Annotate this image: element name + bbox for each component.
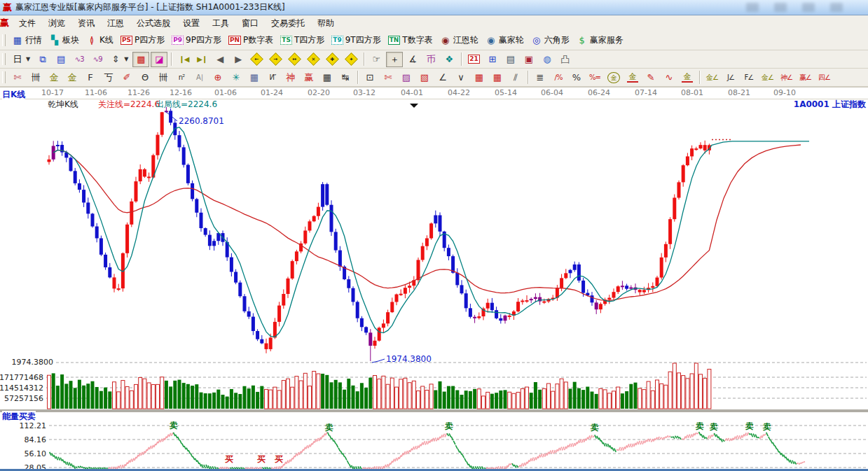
winner-wheel-button[interactable]: ◉赢家轮 [483, 32, 527, 48]
winner-service-button[interactable]: $赢家服务 [574, 32, 626, 48]
dropdown-caret-icon[interactable]: ▼ [124, 56, 128, 62]
price-histogram-button[interactable]: ◪ [151, 52, 167, 67]
angle-lines-button[interactable]: ∠ [434, 70, 451, 85]
ruler-2-button[interactable]: 卌 [155, 70, 172, 85]
percent-line-button[interactable]: %= [586, 70, 603, 85]
menu-5[interactable]: 设置 [177, 16, 206, 31]
menu-1[interactable]: 浏览 [42, 16, 71, 31]
arc-ruler-button[interactable]: 丂 [100, 70, 117, 85]
sectors-button[interactable]: ▚板块 [46, 32, 82, 48]
calendar-button[interactable]: 21 [465, 52, 483, 66]
shift-right-button[interactable]: → [267, 51, 284, 67]
indicator-pane-label[interactable]: 能量买卖 [2, 411, 36, 423]
kline-button[interactable]: ≬K线 [83, 32, 116, 48]
menu-3[interactable]: 江恩 [101, 16, 130, 31]
j-angle-button[interactable]: J∠ [722, 70, 739, 85]
brush-button[interactable]: ✄ [9, 70, 26, 85]
notes-button[interactable]: ▤ [502, 52, 519, 67]
dropdown-caret-icon[interactable]: ▼ [26, 56, 30, 62]
tool-purple-button[interactable]: 币 [422, 52, 439, 67]
ruler-button[interactable]: 卌 [27, 70, 44, 85]
gann-wheel-button[interactable]: ◉江恩轮 [437, 32, 481, 48]
f-ruler-button[interactable]: F [82, 70, 99, 85]
window-overlap-button[interactable]: ⧉ [34, 52, 51, 67]
p-number-table-button[interactable]: PNP数字表 [226, 32, 276, 48]
menu-7[interactable]: 窗口 [235, 16, 265, 31]
hexagon-button[interactable]: ◎六角形 [528, 32, 572, 48]
shen-angle-button[interactable]: 神∠ [778, 70, 795, 85]
window-control-button[interactable] [746, 3, 759, 12]
fit-all-button[interactable]: ✦ [343, 51, 360, 67]
menu-4[interactable]: 公式选股 [130, 16, 177, 31]
pen-red-button[interactable]: ✎ [642, 70, 659, 85]
menu-6[interactable]: 工具 [206, 16, 235, 31]
grid-123-button[interactable]: ▦ [319, 70, 336, 85]
save-button[interactable]: ▣ [521, 52, 537, 67]
window-control-button[interactable] [830, 3, 843, 12]
cycle-clock-button[interactable]: Θ [137, 70, 153, 85]
crosshair-button[interactable]: ＋ [386, 52, 403, 67]
toolbar-gripper[interactable] [2, 71, 6, 83]
win-angle-button[interactable]: 赢∠ [797, 70, 814, 85]
gold-under-button[interactable]: 金 [679, 70, 696, 85]
drag-hand-button[interactable]: ☞ [368, 52, 385, 67]
candle-style-button[interactable]: ⇕▼ [107, 52, 131, 67]
grid-red-2-button[interactable]: ▦ [489, 70, 506, 85]
tool-teal-button[interactable]: ❖ [441, 52, 457, 67]
gold-angle-2-button[interactable]: 金∠ [759, 70, 776, 85]
menu-8[interactable]: 交易委托 [265, 16, 311, 31]
text-tool-button[interactable]: A∣ [191, 70, 208, 85]
wave-9-button[interactable]: ∿9 [89, 52, 106, 67]
span-arrow-button[interactable]: ↹ [337, 70, 354, 85]
n-square-button[interactable]: n² [173, 70, 190, 85]
red-brush-button[interactable]: ✐ [118, 70, 135, 85]
p-square-button[interactable]: PSP四方形 [118, 32, 167, 48]
fan-purple-button[interactable]: ▨ [398, 70, 415, 85]
parallel-lines-button[interactable]: ⫽ [507, 70, 524, 85]
window-control-button[interactable] [802, 3, 815, 12]
t-number-table-button[interactable]: TNT数字表 [385, 32, 436, 48]
quotes-button[interactable]: ▦行情 [9, 32, 45, 48]
menu-0[interactable]: 文件 [13, 16, 42, 31]
menu-2[interactable]: 资讯 [71, 16, 101, 31]
window-control-button[interactable] [774, 3, 787, 12]
gann-map-button[interactable]: ▩ [132, 52, 149, 67]
price-scale-button[interactable]: ≣ [532, 70, 549, 85]
compress-button[interactable]: ✕ [305, 51, 322, 67]
wave-red-button[interactable]: ∿ [661, 70, 677, 85]
shift-left-button[interactable]: ← [248, 51, 266, 67]
gold-ruler-2-button[interactable]: 金 [64, 70, 81, 85]
expand-all-button[interactable]: ✚ [324, 51, 341, 67]
gann-circle-button[interactable]: ⊕ [209, 70, 226, 85]
fan-red-button[interactable]: ▧ [416, 70, 433, 85]
gold-circle-button[interactable]: 金 [605, 70, 623, 85]
expand-horizontal-button[interactable]: ↔ [286, 51, 303, 67]
p9-square-button[interactable]: P99P四方形 [169, 32, 224, 48]
f-angle-button[interactable]: F∠ [740, 70, 757, 85]
shen-grid-button[interactable]: 神 [282, 70, 299, 85]
gold-angle-1-button[interactable]: 金∠ [703, 70, 721, 85]
gold-line-button[interactable]: 金 [624, 70, 641, 85]
gold-ruler-1-button[interactable]: 金 [46, 70, 62, 85]
period-day-button[interactable]: 日▼ [9, 52, 33, 67]
toolbar-gripper[interactable] [2, 53, 6, 65]
toolbar-gripper[interactable] [2, 34, 6, 46]
four-angle-button[interactable]: 四∠ [815, 70, 833, 85]
calculator-button[interactable]: ⊞ [484, 52, 501, 67]
star-burst-button[interactable]: ✳ [228, 70, 244, 85]
t9-square-button[interactable]: T99T四方形 [329, 32, 383, 48]
percent-slash-button[interactable]: ∕% [550, 70, 567, 85]
k-quote-button[interactable]: И″ [264, 70, 281, 85]
kline-pane-label[interactable]: 日K线 [2, 89, 25, 101]
wave-dots-button[interactable]: ∨ [453, 70, 469, 85]
t-square-button[interactable]: TST四方形 [277, 32, 327, 48]
win-grid-button[interactable]: 赢 [301, 70, 317, 85]
quote-list-button[interactable]: ▤ [53, 52, 69, 67]
grid-burst-button[interactable]: ▦ [246, 70, 263, 85]
wave-3-button[interactable]: ∿3 [71, 52, 88, 67]
web-data-button[interactable]: ◍ [539, 52, 556, 67]
ray-fan-button[interactable]: ✄ [380, 70, 397, 85]
next-page-button[interactable]: ▶ [230, 52, 247, 67]
prev-page-button[interactable]: ◀ [212, 52, 228, 67]
first-page-button[interactable]: ❙◀ [175, 52, 192, 67]
